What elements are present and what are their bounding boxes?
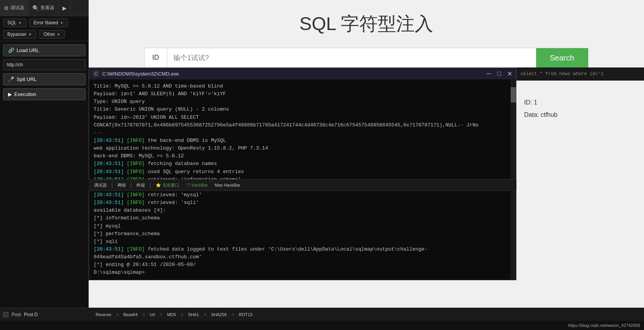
url-input[interactable] bbox=[3, 59, 86, 70]
hackbar-incognito-label: ⭐ 无痕窗口 bbox=[156, 183, 179, 187]
post-d-label: Post D bbox=[24, 312, 38, 317]
hackbar-debugger-label: 调试器 bbox=[94, 183, 107, 187]
bypasser-arrow-icon: ▼ bbox=[28, 32, 32, 37]
error-arrow-icon: ▼ bbox=[60, 21, 64, 25]
error-based-button[interactable]: Error Based ▼ bbox=[29, 19, 68, 27]
debugger-icon: ⚙ bbox=[4, 5, 9, 11]
bypasser-label: Bypasser bbox=[7, 32, 27, 37]
post-label: Post bbox=[12, 312, 21, 317]
hackbar-main-label: 🛡 HackBar bbox=[186, 183, 208, 187]
sep2: | bbox=[131, 182, 132, 188]
load-url-button[interactable]: 🔗 Load URL bbox=[3, 44, 86, 56]
sql-arrow-icon: ▼ bbox=[18, 21, 22, 25]
other-label: Other bbox=[44, 32, 55, 37]
sep1: | bbox=[111, 182, 113, 188]
enc-url-label: Url bbox=[150, 312, 155, 317]
encode-sha1[interactable]: SHA1 bbox=[185, 311, 202, 318]
result-id: ID: 1 bbox=[524, 96, 636, 109]
hackbar-network[interactable]: 网络 bbox=[115, 182, 128, 189]
encode-url[interactable]: Url bbox=[146, 311, 158, 318]
encode-reverse[interactable]: Reverse bbox=[92, 311, 114, 318]
run-icon: ▶ bbox=[62, 5, 67, 11]
enc-sep4: ≡ bbox=[181, 312, 183, 317]
enc-sep6: ≡ bbox=[231, 312, 234, 317]
hackbar-network-label: 网络 bbox=[118, 183, 126, 187]
encode-base64[interactable]: Base64 bbox=[120, 311, 141, 318]
result-display: ID: 1 Data: ctfhub bbox=[516, 89, 644, 129]
sql-button[interactable]: SQL ▼ bbox=[3, 19, 26, 27]
hackbar-main[interactable]: 🛡 HackBar bbox=[184, 182, 210, 188]
left-top-tabs: ⚙ 调试器 🔍 查看器 ▶ bbox=[0, 0, 89, 16]
search-id-label: ID bbox=[145, 48, 167, 68]
spit-url-icon: 🎤 bbox=[8, 76, 14, 82]
enc-sep2: ≡ bbox=[142, 312, 145, 317]
encode-md5[interactable]: MD5 bbox=[164, 311, 179, 318]
status-url: https://blog.csdn.net/weixin_42742658 bbox=[568, 323, 640, 328]
viewer-label: 查看器 bbox=[40, 5, 54, 11]
status-bar: https://blog.csdn.net/weixin_42742658 bbox=[0, 321, 644, 330]
sql-label: SQL bbox=[7, 20, 17, 25]
run-tab[interactable]: ▶ bbox=[59, 0, 71, 16]
execution-label: Execution bbox=[14, 91, 36, 97]
viewer-tab[interactable]: 🔍 查看器 bbox=[29, 0, 59, 16]
hackbar-toolbar: 调试器 | 网络 | 终端 | ⭐ 无痕窗口 🛡 HackBar Max Hac… bbox=[89, 179, 516, 191]
cmd-titlebar: C C:\WINDOWS\system32\CMD.exe ─ □ ✕ bbox=[89, 68, 516, 79]
hackbar-debugger[interactable]: 调试器 bbox=[92, 182, 109, 189]
cmd-minimize-button[interactable]: ─ bbox=[487, 70, 491, 77]
enc-rot13-label: ROT13 bbox=[239, 312, 252, 317]
search-input[interactable] bbox=[167, 48, 536, 68]
load-url-icon: 🔗 bbox=[8, 47, 14, 53]
execution-icon: ▶ bbox=[8, 91, 12, 97]
encode-rot13[interactable]: ROT13 bbox=[235, 311, 255, 318]
post-checkbox[interactable] bbox=[3, 312, 8, 317]
enc-sep1: ≡ bbox=[116, 312, 119, 317]
spit-url-label: Spit URL bbox=[17, 76, 37, 82]
sep3: | bbox=[150, 182, 151, 188]
cmd-controls: ─ □ ✕ bbox=[487, 70, 512, 77]
execution-button[interactable]: ▶ Execution bbox=[3, 88, 86, 100]
other-arrow-icon: ▼ bbox=[57, 32, 61, 37]
viewer-icon: 🔍 bbox=[32, 5, 39, 11]
enc-reverse-label: Reverse bbox=[96, 312, 111, 317]
cmd-app-icon: C bbox=[93, 71, 99, 77]
enc-sep5: ≡ bbox=[203, 312, 206, 317]
enc-md5-label: MD5 bbox=[167, 312, 176, 317]
scrollbar-thumb[interactable] bbox=[511, 87, 516, 103]
result-data: Data: ctfhub bbox=[524, 109, 636, 121]
search-bar: ID Search bbox=[144, 48, 589, 68]
encode-sha256[interactable]: SHA256 bbox=[208, 311, 230, 318]
enc-sep3: ≡ bbox=[160, 312, 162, 317]
cmd-title-text: C:\WINDOWS\system32\CMD.exe bbox=[102, 71, 179, 77]
encoding-bar: Reverse ≡ Base64 ≡ Url ≡ MD5 ≡ SHA1 ≡ SH… bbox=[89, 308, 644, 321]
sql-toolbar: SQL ▼ Error Based ▼ Bypasser ▼ Other ▼ bbox=[0, 16, 89, 41]
spit-url-button[interactable]: 🎤 Spit URL bbox=[3, 73, 86, 85]
bypasser-button[interactable]: Bypasser ▼ bbox=[3, 30, 36, 39]
left-panel: ⚙ 调试器 🔍 查看器 ▶ SQL ▼ Error Based ▼ Bypass… bbox=[0, 0, 89, 330]
query-display: select * from news where id='1 bbox=[516, 67, 644, 81]
hackbar-max[interactable]: Max HackBar bbox=[212, 182, 242, 188]
debugger-label: 调试器 bbox=[10, 5, 24, 11]
hackbar-terminal[interactable]: 终端 bbox=[134, 182, 147, 189]
cmd-window: C C:\WINDOWS\system32\CMD.exe ─ □ ✕ Titl… bbox=[89, 67, 516, 280]
post-bar: Post Post D bbox=[0, 308, 89, 321]
cmd-close-button[interactable]: ✕ bbox=[507, 70, 512, 77]
hackbar-terminal-label: 终端 bbox=[136, 183, 145, 187]
hackbar-max-label: Max HackBar bbox=[215, 183, 240, 187]
search-button[interactable]: Search bbox=[536, 48, 588, 68]
debugger-tab[interactable]: ⚙ 调试器 bbox=[0, 0, 29, 16]
load-url-label: Load URL bbox=[17, 47, 39, 53]
other-button[interactable]: Other ▼ bbox=[39, 30, 65, 39]
sql-query-text: select * from news where id='1 bbox=[520, 71, 604, 77]
enc-sha1-label: SHA1 bbox=[188, 312, 199, 317]
cmd-maximize-button[interactable]: □ bbox=[497, 70, 501, 77]
page-title: SQL 字符型注入 bbox=[89, 12, 644, 36]
error-based-label: Error Based bbox=[34, 20, 58, 25]
enc-sha256-label: SHA256 bbox=[211, 312, 227, 317]
web-header: SQL 字符型注入 bbox=[89, 0, 644, 44]
hackbar-incognito[interactable]: ⭐ 无痕窗口 bbox=[153, 182, 182, 189]
enc-base64-label: Base64 bbox=[123, 312, 138, 317]
cmd-title-left: C C:\WINDOWS\system32\CMD.exe bbox=[93, 71, 179, 77]
